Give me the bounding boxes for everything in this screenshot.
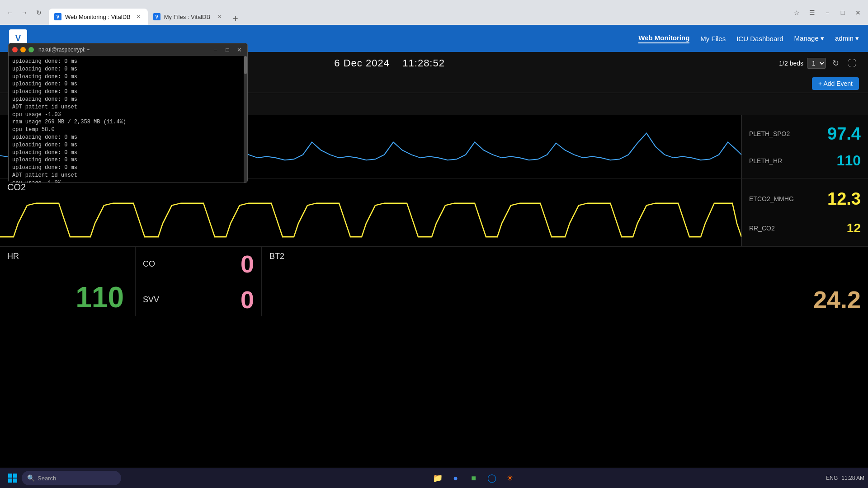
tab-favicon-1: V [54, 13, 61, 20]
bottom-stats: HR 110 CO 0 SVV 0 BT2 24 [0, 246, 868, 316]
terminal-line: uploading done: 0 ms [12, 141, 244, 149]
terminal-close[interactable]: ✕ [235, 45, 244, 54]
time-display: 11:28:52 [402, 57, 445, 69]
tab-my-files[interactable]: V My Files : VitalDB ✕ [148, 9, 229, 25]
pleth-sidebar: PLETH_SPO2 97.4 PLETH_HR 110 [741, 115, 868, 178]
taskbar-search[interactable]: 🔍 Search [22, 471, 121, 485]
terminal-window: nakul@raspberrypi: ~ − □ ✕ uploading don… [8, 43, 248, 183]
svv-label: SVV [143, 295, 159, 305]
nav-web-monitoring[interactable]: Web Monitoring [638, 34, 689, 43]
svg-rect-0 [8, 474, 12, 478]
browser-controls: ← → ↻ [4, 6, 45, 19]
rr-co2-row: RR_CO2 12 [749, 221, 861, 235]
minimize-button[interactable]: − [821, 6, 834, 19]
co2-waveform [0, 178, 741, 246]
tab-close-2[interactable]: ✕ [216, 13, 224, 21]
taskbar-edge[interactable]: ◯ [484, 470, 500, 486]
co-svv-col: CO 0 SVV 0 [143, 252, 254, 312]
pleth-hr-row: PLETH_HR 110 [749, 152, 861, 169]
pleth-hr-label: PLETH_HR [749, 157, 782, 164]
date-display: 6 Dec 2024 [334, 57, 390, 69]
taskbar-search-label: Search [38, 475, 56, 482]
beds-control: 1/2 beds 1 2 ↻ ⛶ [779, 57, 859, 69]
taskbar-terminal[interactable]: ■ [466, 470, 482, 486]
svg-rect-3 [13, 479, 17, 483]
hr-value: 110 [7, 283, 127, 312]
terminal-line: uploading done: 0 ms [12, 58, 244, 66]
etco2-row: ETCO2_MMHG 12.3 [749, 189, 861, 209]
forward-button[interactable]: → [18, 6, 31, 19]
bt2-value: 24.2 [269, 287, 861, 312]
nav-icu-dashboard[interactable]: ICU Dashboard [736, 35, 783, 42]
tab-label-1: Web Monitoring : VitalDB [65, 14, 131, 20]
nav-my-files[interactable]: My Files [700, 35, 726, 42]
terminal-title: nakul@raspberrypi: ~ [38, 47, 208, 53]
terminal-scrollbar[interactable] [244, 56, 247, 183]
pleth-spo2-value: 97.4 [827, 124, 861, 144]
pleth-hr-value: 110 [837, 152, 861, 169]
rr-co2-value: 12 [847, 221, 861, 235]
terminal-line: ADT patient id unset [12, 172, 244, 179]
taskbar-file-explorer[interactable]: 📁 [429, 470, 446, 486]
terminal-line: ram usage 269 MB / 2,358 MB (11.4%) [12, 118, 244, 126]
start-button[interactable] [4, 470, 22, 486]
pleth-spo2-label: PLETH_SPO2 [749, 130, 790, 137]
terminal-line: uploading done: 0 ms [12, 164, 244, 172]
beds-label: 1/2 beds [779, 60, 803, 67]
terminal-line: ADT patient id unset [12, 103, 244, 111]
new-tab-button[interactable]: + [229, 12, 242, 25]
terminal-line: uploading done: 0 ms [12, 149, 244, 157]
tab-favicon-2: V [153, 13, 160, 20]
svv-value: 0 [241, 287, 254, 312]
bt2-label: BT2 [269, 252, 861, 261]
browser-chrome: ← → ↻ V Web Monitoring : VitalDB ✕ V My … [0, 0, 868, 25]
tab-web-monitoring[interactable]: V Web Monitoring : VitalDB ✕ [49, 9, 148, 25]
maximize-button[interactable]: □ [836, 6, 849, 19]
taskbar-clock: 11:28 AM [841, 475, 864, 481]
beds-select[interactable]: 1 2 [807, 58, 826, 69]
taskbar-chrome[interactable]: ● [448, 470, 464, 486]
terminal-line: cpu usage -1.0% [12, 111, 244, 119]
bookmark-button[interactable]: ☆ [790, 6, 803, 19]
terminal-line: uploading done: 0 ms [12, 96, 244, 103]
back-button[interactable]: ← [4, 6, 16, 19]
fullscreen-button[interactable]: ⛶ [845, 58, 859, 69]
terminal-maximize[interactable]: □ [223, 45, 232, 54]
svv-row: SVV 0 [143, 287, 254, 312]
tab-bar: V Web Monitoring : VitalDB ✕ V My Files … [49, 0, 787, 25]
co-svv-box: CO 0 SVV 0 [136, 247, 262, 316]
rr-co2-label: RR_CO2 [749, 225, 775, 232]
taskbar: 🔍 Search 📁 ● ■ ◯ ☀ ENG 11:28 AM [0, 468, 868, 488]
terminal-line: cpu temp 58.0 [12, 126, 244, 134]
co2-sidebar: ETCO2_MMHG 12.3 RR_CO2 12 [741, 178, 868, 246]
terminal-scrollbar-thumb [244, 56, 247, 74]
hr-box: HR 110 [0, 247, 136, 316]
terminal-minimize[interactable]: − [211, 45, 220, 54]
terminal-line: uploading done: 0 ms [12, 80, 244, 88]
bt2-box: BT2 24.2 [262, 247, 868, 316]
terminal-line: uploading done: 0 ms [12, 156, 244, 164]
extensions-button[interactable]: ☰ [806, 6, 818, 19]
co-row: CO 0 [143, 252, 254, 276]
hr-label: HR [7, 252, 127, 261]
svg-rect-1 [13, 474, 17, 478]
svg-rect-2 [8, 479, 12, 483]
taskbar-right: ENG 11:28 AM [826, 475, 864, 481]
terminal-line: uploading done: 0 ms [12, 66, 244, 73]
co-label: CO [143, 259, 155, 269]
nav-links: Web Monitoring My Files ICU Dashboard Ma… [34, 34, 859, 43]
add-event-button[interactable]: + Add Event [812, 77, 859, 90]
nav-manage[interactable]: Manage ▾ [794, 34, 824, 42]
close-window-button[interactable]: ✕ [852, 6, 864, 19]
reload-button[interactable]: ↻ [33, 6, 45, 19]
taskbar-center: 📁 ● ■ ◯ ☀ [121, 470, 826, 486]
terminal-line: cpu usage -1.0% [12, 179, 244, 183]
refresh-button[interactable]: ↻ [830, 57, 842, 69]
nav-admin[interactable]: admin ▾ [835, 34, 859, 42]
terminal-body[interactable]: uploading done: 0 msuploading done: 0 ms… [9, 56, 247, 183]
taskbar-eng: ENG [826, 475, 838, 481]
tab-close-1[interactable]: ✕ [134, 13, 142, 21]
taskbar-firefox[interactable]: ☀ [502, 470, 518, 486]
terminal-line: uploading done: 0 ms [12, 134, 244, 141]
terminal-line: uploading done: 0 ms [12, 88, 244, 96]
